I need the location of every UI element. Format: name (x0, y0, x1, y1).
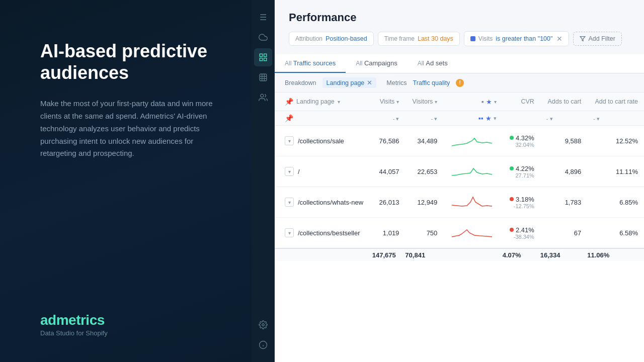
col-header-adds-to-cart[interactable]: Adds to cart (540, 93, 587, 111)
svg-rect-2 (264, 58, 266, 61)
cell-cvr: 4.32% 32.04% (503, 126, 540, 156)
add-to-cart-rate-header-text: Add to cart rate (595, 98, 638, 105)
footer-visits: 147,675 (372, 248, 406, 261)
row-dropdown-btn[interactable]: ▾ (285, 136, 294, 145)
svg-rect-4 (260, 74, 267, 81)
cvr-percent: 3.18% (516, 196, 534, 203)
sparkline-sort-icon: ▾ (494, 99, 497, 105)
svg-rect-0 (260, 54, 262, 56)
cell-add-to-cart-rate: 12.52% (587, 126, 644, 156)
cell-add-to-cart-rate: 6.58% (587, 218, 644, 249)
cvr-sub-value: 27.71% (515, 172, 534, 178)
footer-label-cell (275, 248, 372, 261)
cell-visitors: 22,653 (405, 156, 443, 187)
cell-visitors: 750 (405, 218, 443, 249)
tab-bar: All Traffic sources All Campaigns All Ad… (275, 54, 644, 73)
sort-dash-2: - ▾ (431, 116, 438, 122)
cvr-indicator (510, 228, 514, 232)
landing-page-value: /collections/bestseller (298, 229, 360, 237)
table-row: ▾ / 44,057 22,653 4.22% (275, 156, 644, 187)
row-dropdown-btn[interactable]: ▾ (285, 198, 294, 207)
sort-dash-5: - ▾ (593, 116, 600, 122)
landing-page-value: / (298, 168, 300, 175)
col-header-visits[interactable]: Visits ▾ (372, 93, 406, 111)
cell-sparkline (443, 218, 502, 249)
cell-sparkline (443, 126, 502, 156)
sidebar: ☰ (252, 0, 275, 362)
visits-dot (470, 36, 475, 41)
metrics-label: Metrics (386, 79, 407, 86)
footer-sparkline (443, 248, 502, 261)
cvr-sub-value: -12.75% (514, 203, 534, 209)
grid-icon[interactable] (254, 68, 272, 86)
sort-dash-3: ▾ (494, 115, 497, 122)
add-filter-button[interactable]: Add Filter (573, 32, 622, 46)
col-header-landing-page[interactable]: 📌 Landing page ▾ (275, 93, 372, 111)
col-header-cvr[interactable]: CVR (503, 93, 540, 111)
brand-name: admetrics (40, 312, 226, 328)
cvr-header-text: CVR (521, 98, 534, 105)
cell-landing-page: ▾ / (275, 156, 372, 187)
breakdown-tag[interactable]: Landing page ✕ (323, 77, 377, 88)
col-header-visitors[interactable]: Visitors ▾ (405, 93, 443, 111)
col-header-sparkline: ▪ ★ ▾ (443, 93, 502, 111)
svg-point-9 (260, 94, 263, 97)
visits-value: is greater than "100" (496, 35, 552, 42)
help-icon[interactable] (254, 336, 272, 354)
svg-rect-1 (264, 54, 266, 56)
panel-header: Performance Attribution Position-based T… (275, 0, 644, 54)
tab-ad-sets[interactable]: All Ad sets (408, 54, 458, 73)
visits-label: Visits (478, 35, 493, 42)
cell-landing-page: ▾ /collections/bestseller (275, 218, 372, 249)
tab-campaigns[interactable]: All Campaigns (346, 54, 407, 73)
filter-bar: Attribution Position-based Time frame La… (289, 31, 630, 46)
cell-adds-to-cart: 9,588 (540, 126, 587, 156)
settings-icon[interactable] (254, 316, 272, 334)
cell-visits: 26,013 (372, 187, 406, 218)
row-dropdown-btn[interactable]: ▾ (285, 167, 294, 176)
hero-title: AI-based predictive audiences (40, 40, 226, 83)
row-dropdown-btn[interactable]: ▾ (285, 228, 294, 237)
attribution-filter[interactable]: Attribution Position-based (289, 32, 374, 46)
cvr-indicator (510, 166, 514, 170)
attribution-label: Attribution (295, 35, 323, 42)
breakdown-tag-label: Landing page (327, 79, 365, 86)
visits-sort-cell: - ▾ (372, 111, 406, 126)
breakdown-bar: Breakdown Landing page ✕ Metrics Traffic… (275, 73, 644, 93)
visits-close-icon[interactable]: ✕ (556, 35, 562, 43)
visits-header-text: Visits (380, 98, 395, 105)
metrics-info-icon[interactable]: ! (456, 79, 464, 87)
cell-visits: 76,586 (372, 126, 406, 156)
tab-adsets-label: Ad sets (426, 59, 447, 67)
left-content: AI-based predictive audiences Make the m… (40, 40, 226, 160)
footer-cvr: 4.07% (503, 248, 540, 261)
analytics-icon[interactable] (254, 48, 272, 66)
sort-asc-icon[interactable]: ▾ (338, 99, 340, 105)
cell-cvr: 4.22% 27.71% (503, 156, 540, 187)
bar-chart-icon: ▪▪ (478, 114, 484, 122)
rate-sort-cell: - ▾ (587, 111, 644, 126)
sparkline-star-icon[interactable]: ★ (486, 98, 492, 106)
star-icon-row[interactable]: ★ (486, 115, 492, 122)
cvr-percent: 4.32% (516, 134, 534, 142)
timeframe-filter[interactable]: Time frame Last 30 days (378, 32, 460, 46)
breakdown-tag-close-icon[interactable]: ✕ (367, 79, 372, 86)
cloud-icon[interactable] (254, 28, 272, 46)
footer-add-to-cart-rate: 11.06% (587, 248, 644, 261)
cvr-percent: 4.22% (516, 165, 534, 172)
brand-section: admetrics Data Studio for Shopify (40, 312, 226, 337)
timeframe-label: Time frame (384, 35, 415, 42)
tab-traffic-sources[interactable]: All Traffic sources (275, 54, 346, 73)
main-panel: Performance Attribution Position-based T… (275, 0, 644, 362)
visitors-sort-icon: ▾ (435, 99, 437, 105)
user-group-icon[interactable] (254, 88, 272, 107)
footer-adds-to-cart: 16,334 (540, 248, 587, 261)
cell-add-to-cart-rate: 11.11% (587, 156, 644, 187)
col-header-add-to-cart-rate[interactable]: Add to cart rate (587, 93, 644, 111)
menu-icon[interactable]: ☰ (254, 8, 272, 26)
data-table-container: 📌 Landing page ▾ Visits ▾ Visitor (275, 93, 644, 362)
cell-visits: 1,019 (372, 218, 406, 249)
cell-visitors: 34,489 (405, 126, 443, 156)
table-row: ▾ /collections/sale 76,586 34,489 4.32% (275, 126, 644, 156)
visits-filter[interactable]: Visits is greater than "100" ✕ (464, 31, 570, 46)
